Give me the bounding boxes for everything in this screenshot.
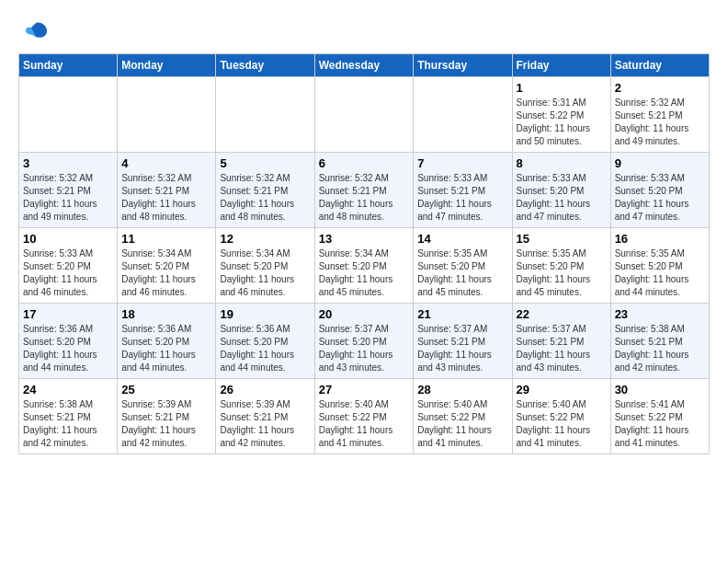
day-number: 6 (319, 156, 410, 170)
day-number: 9 (615, 156, 705, 170)
day-number: 29 (517, 383, 607, 396)
day-info: Sunrise: 5:32 AM Sunset: 5:21 PM Dayligh… (23, 172, 113, 224)
day-info: Sunrise: 5:37 AM Sunset: 5:21 PM Dayligh… (517, 323, 607, 374)
table-row (118, 77, 216, 153)
day-number: 30 (615, 383, 705, 396)
logo (18, 18, 50, 50)
day-number: 28 (417, 383, 507, 396)
day-number: 7 (417, 156, 507, 170)
table-row: 25Sunrise: 5:39 AM Sunset: 5:21 PM Dayli… (118, 379, 216, 454)
day-info: Sunrise: 5:35 AM Sunset: 5:20 PM Dayligh… (517, 247, 607, 299)
day-number: 12 (220, 232, 310, 246)
day-number: 18 (121, 307, 211, 321)
day-number: 8 (517, 156, 607, 170)
table-row: 1Sunrise: 5:31 AM Sunset: 5:22 PM Daylig… (512, 77, 610, 153)
table-row: 3Sunrise: 5:32 AM Sunset: 5:21 PM Daylig… (19, 153, 118, 228)
day-info: Sunrise: 5:35 AM Sunset: 5:20 PM Dayligh… (417, 247, 507, 299)
day-number: 20 (319, 307, 410, 321)
day-number: 22 (517, 307, 607, 321)
weekday-header-row: SundayMondayTuesdayWednesdayThursdayFrid… (19, 54, 710, 77)
day-number: 11 (121, 232, 211, 246)
day-number: 15 (517, 232, 607, 246)
day-number: 27 (319, 383, 410, 396)
day-number: 3 (23, 156, 113, 170)
table-row: 16Sunrise: 5:35 AM Sunset: 5:20 PM Dayli… (610, 228, 709, 304)
logo-line1 (18, 18, 50, 50)
table-row: 12Sunrise: 5:34 AM Sunset: 5:20 PM Dayli… (216, 228, 314, 304)
table-row: 29Sunrise: 5:40 AM Sunset: 5:22 PM Dayli… (512, 379, 610, 454)
day-info: Sunrise: 5:32 AM Sunset: 5:21 PM Dayligh… (220, 172, 310, 224)
day-number: 1 (517, 81, 607, 95)
day-info: Sunrise: 5:31 AM Sunset: 5:22 PM Dayligh… (517, 97, 607, 148)
calendar-table: SundayMondayTuesdayWednesdayThursdayFrid… (18, 53, 710, 454)
day-info: Sunrise: 5:37 AM Sunset: 5:21 PM Dayligh… (417, 323, 507, 374)
day-number: 14 (417, 232, 507, 246)
weekday-header-friday: Friday (512, 54, 610, 77)
table-row (314, 77, 414, 153)
table-row (216, 77, 314, 153)
day-info: Sunrise: 5:36 AM Sunset: 5:20 PM Dayligh… (23, 323, 113, 374)
table-row: 18Sunrise: 5:36 AM Sunset: 5:20 PM Dayli… (118, 304, 216, 379)
day-info: Sunrise: 5:33 AM Sunset: 5:20 PM Dayligh… (23, 247, 113, 299)
day-info: Sunrise: 5:34 AM Sunset: 5:20 PM Dayligh… (121, 247, 211, 299)
day-info: Sunrise: 5:34 AM Sunset: 5:20 PM Dayligh… (220, 247, 310, 299)
table-row: 20Sunrise: 5:37 AM Sunset: 5:20 PM Dayli… (314, 304, 414, 379)
day-info: Sunrise: 5:39 AM Sunset: 5:21 PM Dayligh… (220, 398, 310, 450)
day-number: 21 (417, 307, 507, 321)
day-number: 17 (23, 307, 113, 321)
day-info: Sunrise: 5:40 AM Sunset: 5:22 PM Dayligh… (417, 398, 507, 450)
table-row: 8Sunrise: 5:33 AM Sunset: 5:20 PM Daylig… (512, 153, 610, 228)
day-number: 10 (23, 232, 113, 246)
day-number: 2 (615, 81, 705, 95)
table-row: 14Sunrise: 5:35 AM Sunset: 5:20 PM Dayli… (414, 228, 512, 304)
header (18, 18, 710, 50)
table-row: 13Sunrise: 5:34 AM Sunset: 5:20 PM Dayli… (314, 228, 414, 304)
day-info: Sunrise: 5:37 AM Sunset: 5:20 PM Dayligh… (319, 323, 410, 374)
table-row: 24Sunrise: 5:38 AM Sunset: 5:21 PM Dayli… (19, 379, 118, 454)
table-row (19, 77, 118, 153)
table-row: 4Sunrise: 5:32 AM Sunset: 5:21 PM Daylig… (118, 153, 216, 228)
calendar-week-row: 24Sunrise: 5:38 AM Sunset: 5:21 PM Dayli… (19, 379, 710, 454)
day-number: 23 (615, 307, 705, 321)
day-info: Sunrise: 5:38 AM Sunset: 5:21 PM Dayligh… (23, 398, 113, 450)
calendar-week-row: 3Sunrise: 5:32 AM Sunset: 5:21 PM Daylig… (19, 153, 710, 228)
day-info: Sunrise: 5:32 AM Sunset: 5:21 PM Dayligh… (121, 172, 211, 224)
day-info: Sunrise: 5:41 AM Sunset: 5:22 PM Dayligh… (615, 398, 705, 450)
table-row: 11Sunrise: 5:34 AM Sunset: 5:20 PM Dayli… (118, 228, 216, 304)
table-row: 19Sunrise: 5:36 AM Sunset: 5:20 PM Dayli… (216, 304, 314, 379)
table-row: 27Sunrise: 5:40 AM Sunset: 5:22 PM Dayli… (314, 379, 414, 454)
calendar-week-row: 10Sunrise: 5:33 AM Sunset: 5:20 PM Dayli… (19, 228, 710, 304)
day-info: Sunrise: 5:32 AM Sunset: 5:21 PM Dayligh… (615, 97, 705, 148)
table-row: 10Sunrise: 5:33 AM Sunset: 5:20 PM Dayli… (19, 228, 118, 304)
day-number: 26 (220, 383, 310, 396)
day-info: Sunrise: 5:34 AM Sunset: 5:20 PM Dayligh… (319, 247, 410, 299)
day-info: Sunrise: 5:32 AM Sunset: 5:21 PM Dayligh… (319, 172, 410, 224)
day-info: Sunrise: 5:40 AM Sunset: 5:22 PM Dayligh… (517, 398, 607, 450)
table-row: 17Sunrise: 5:36 AM Sunset: 5:20 PM Dayli… (19, 304, 118, 379)
table-row: 28Sunrise: 5:40 AM Sunset: 5:22 PM Dayli… (414, 379, 512, 454)
table-row: 6Sunrise: 5:32 AM Sunset: 5:21 PM Daylig… (314, 153, 414, 228)
day-info: Sunrise: 5:38 AM Sunset: 5:21 PM Dayligh… (615, 323, 705, 374)
table-row: 7Sunrise: 5:33 AM Sunset: 5:21 PM Daylig… (414, 153, 512, 228)
day-info: Sunrise: 5:39 AM Sunset: 5:21 PM Dayligh… (121, 398, 211, 450)
day-info: Sunrise: 5:36 AM Sunset: 5:20 PM Dayligh… (121, 323, 211, 374)
day-number: 4 (121, 156, 211, 170)
day-info: Sunrise: 5:36 AM Sunset: 5:20 PM Dayligh… (220, 323, 310, 374)
table-row: 30Sunrise: 5:41 AM Sunset: 5:22 PM Dayli… (610, 379, 709, 454)
day-info: Sunrise: 5:33 AM Sunset: 5:21 PM Dayligh… (417, 172, 507, 224)
logo-bird-icon (22, 18, 50, 46)
weekday-header-thursday: Thursday (414, 54, 512, 77)
day-info: Sunrise: 5:35 AM Sunset: 5:20 PM Dayligh… (615, 247, 705, 299)
table-row: 22Sunrise: 5:37 AM Sunset: 5:21 PM Dayli… (512, 304, 610, 379)
calendar-week-row: 1Sunrise: 5:31 AM Sunset: 5:22 PM Daylig… (19, 77, 710, 153)
day-number: 16 (615, 232, 705, 246)
weekday-header-wednesday: Wednesday (314, 54, 414, 77)
day-number: 5 (220, 156, 310, 170)
table-row: 2Sunrise: 5:32 AM Sunset: 5:21 PM Daylig… (610, 77, 709, 153)
table-row: 9Sunrise: 5:33 AM Sunset: 5:20 PM Daylig… (610, 153, 709, 228)
weekday-header-saturday: Saturday (610, 54, 709, 77)
calendar-week-row: 17Sunrise: 5:36 AM Sunset: 5:20 PM Dayli… (19, 304, 710, 379)
day-number: 19 (220, 307, 310, 321)
table-row: 26Sunrise: 5:39 AM Sunset: 5:21 PM Dayli… (216, 379, 314, 454)
table-row: 21Sunrise: 5:37 AM Sunset: 5:21 PM Dayli… (414, 304, 512, 379)
